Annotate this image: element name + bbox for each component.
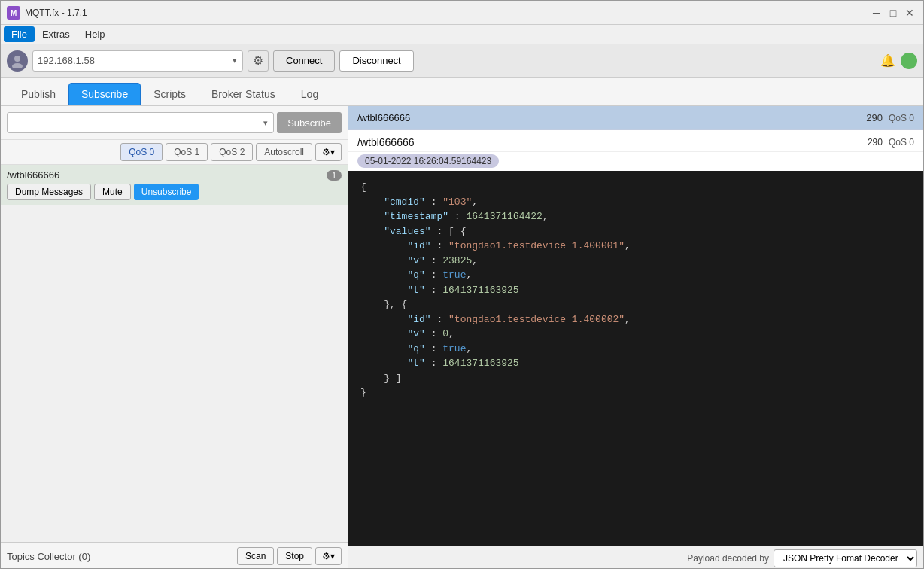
message-list-item[interactable]: /wtbl666666 290 QoS 0 (348, 106, 923, 130)
tab-log[interactable]: Log (288, 83, 331, 105)
autoscroll-button[interactable]: Autoscroll (256, 143, 312, 161)
tab-subscribe[interactable]: Subscribe (68, 83, 141, 105)
message-list-topic: /wtbl666666 (357, 112, 866, 123)
tab-broker-status[interactable]: Broker Status (199, 83, 288, 105)
speaker-icon: 🔔 (880, 53, 896, 69)
qos2-button[interactable]: QoS 2 (211, 143, 253, 161)
json-key-q1: "q" (407, 269, 424, 281)
mute-button[interactable]: Mute (94, 184, 131, 200)
menu-file[interactable]: File (4, 26, 35, 42)
qos-row: QoS 0 QoS 1 QoS 2 Autoscroll ⚙▾ (1, 140, 348, 165)
json-key-id1: "id" (407, 240, 430, 251)
menu-help[interactable]: Help (78, 26, 113, 42)
subscribe-bar: ▾ Subscribe (1, 106, 348, 140)
json-key-timestamp: "timestamp" (384, 211, 448, 222)
svg-point-2 (14, 56, 20, 62)
right-panel: /wtbl666666 290 QoS 0 /wtbl666666 290 Qo… (348, 106, 923, 569)
tc-options-button[interactable]: ⚙▾ (315, 547, 342, 565)
settings-button[interactable]: ⚙ (248, 50, 269, 72)
status-icons: 🔔 (880, 53, 917, 69)
qos1-button[interactable]: QoS 1 (166, 143, 208, 161)
json-key-cmdid: "cmdid" (384, 196, 425, 208)
stop-button[interactable]: Stop (277, 547, 312, 565)
svg-text:M: M (11, 9, 17, 17)
json-key-v2: "v" (407, 328, 424, 339)
broker-input[interactable] (33, 55, 226, 66)
message-detail-header: /wtbl666666 290 QoS 0 (348, 130, 923, 152)
maximize-button[interactable]: □ (886, 5, 901, 20)
topics-collector-label: Topics Collector (0) (7, 551, 90, 562)
decoder-select[interactable]: JSON Pretty Fomat Decoder Plain Text Bas… (774, 549, 917, 567)
message-detail: /wtbl666666 290 QoS 0 05-01-2022 16:26:0… (348, 130, 923, 546)
minimize-button[interactable]: ─ (869, 5, 884, 20)
svg-point-3 (12, 63, 23, 68)
broker-dropdown[interactable]: ▾ (32, 50, 243, 72)
json-key-q2: "q" (407, 343, 424, 354)
tab-publish[interactable]: Publish (8, 83, 68, 105)
subscription-item: /wtbl666666 1 Dump Messages Mute Unsubsc… (1, 165, 348, 205)
dump-messages-button[interactable]: Dump Messages (7, 184, 91, 200)
json-key-t1: "t" (407, 284, 424, 296)
timestamp-row: 05-01-2022 16:26:04.59164423 (348, 152, 923, 171)
topic-input-wrapper[interactable]: ▾ (7, 112, 274, 133)
tc-buttons: Scan Stop ⚙▾ (237, 547, 342, 565)
json-key-v1: "v" (407, 255, 424, 266)
app-title: MQTT.fx - 1.7.1 (25, 8, 87, 18)
toolbar: ▾ ⚙ Connect Disconnect 🔔 (1, 44, 923, 78)
subscription-list: /wtbl666666 1 Dump Messages Mute Unsubsc… (1, 165, 348, 542)
subscribe-options-button[interactable]: ⚙▾ (315, 143, 342, 161)
detail-qos: QoS 0 (889, 137, 914, 148)
title-bar-left: M MQTT.fx - 1.7.1 (7, 6, 87, 20)
topics-collector: Topics Collector (0) Scan Stop ⚙▾ (1, 542, 348, 569)
app-icon: M (7, 6, 20, 20)
broker-dropdown-arrow[interactable]: ▾ (226, 50, 242, 72)
subscription-header: /wtbl666666 1 (7, 169, 342, 181)
detail-meta: 290 QoS 0 (868, 137, 914, 148)
subscription-actions: Dump Messages Mute Unsubscribe (7, 184, 342, 200)
tab-scripts[interactable]: Scripts (141, 83, 199, 105)
topic-input[interactable] (8, 117, 257, 129)
json-key-t2: "t" (407, 358, 424, 369)
tab-bar: Publish Subscribe Scripts Broker Status … (1, 78, 923, 106)
scan-button[interactable]: Scan (237, 547, 274, 565)
detail-count: 290 (868, 137, 883, 148)
subscription-topic: /wtbl666666 (7, 169, 59, 181)
detail-topic: /wtbl666666 (357, 136, 415, 148)
unsubscribe-button[interactable]: Unsubscribe (134, 184, 199, 200)
message-list-count: 290 (866, 112, 883, 123)
close-button[interactable]: ✕ (902, 5, 917, 20)
footer: Payload decoded by JSON Pretty Fomat Dec… (348, 546, 923, 569)
profile-icon (7, 50, 28, 72)
payload-label: Payload decoded by (687, 553, 769, 564)
json-key-values: "values" (384, 226, 430, 237)
message-list: /wtbl666666 290 QoS 0 (348, 106, 923, 130)
connection-status-indicator (901, 53, 917, 69)
main-content: ▾ Subscribe QoS 0 QoS 1 QoS 2 Autoscroll… (1, 106, 923, 569)
json-key-id2: "id" (407, 314, 430, 325)
connect-button[interactable]: Connect (273, 50, 335, 72)
title-bar: M MQTT.fx - 1.7.1 ─ □ ✕ (1, 1, 923, 25)
disconnect-button[interactable]: Disconnect (339, 50, 413, 72)
json-display: { "cmdid" : "103", "timestamp" : 1641371… (348, 171, 923, 546)
window-controls: ─ □ ✕ (869, 5, 917, 20)
timestamp-badge: 05-01-2022 16:26:04.59164423 (357, 154, 499, 168)
qos0-button[interactable]: QoS 0 (120, 143, 163, 161)
subscription-badge: 1 (327, 170, 342, 181)
topic-dropdown-arrow[interactable]: ▾ (257, 112, 273, 133)
left-panel: ▾ Subscribe QoS 0 QoS 1 QoS 2 Autoscroll… (1, 106, 348, 569)
message-list-qos: QoS 0 (889, 113, 914, 123)
menu-bar: File Extras Help (1, 25, 923, 44)
json-open-brace: { (360, 181, 366, 193)
subscribe-action-button[interactable]: Subscribe (277, 112, 342, 133)
menu-extras[interactable]: Extras (35, 26, 78, 42)
